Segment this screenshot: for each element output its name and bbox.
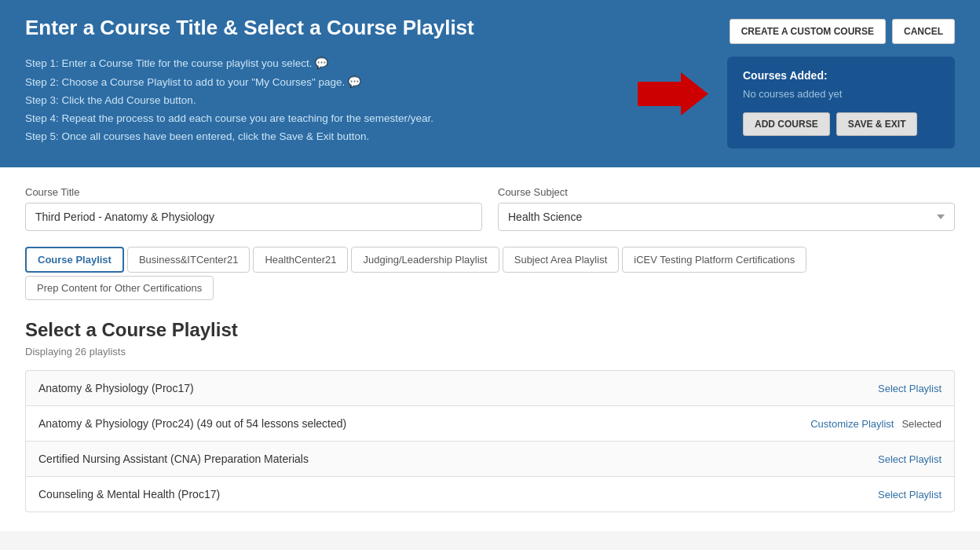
save-exit-button[interactable]: SAVE & EXIT — [836, 112, 918, 136]
playlist-actions: Select Playlist — [878, 489, 942, 500]
main-content: Course Title Course Subject Health Scien… — [0, 167, 980, 531]
tab-course-playlist[interactable]: Course Playlist — [25, 247, 124, 273]
header-section: Enter a Course Title & Select a Course P… — [0, 0, 980, 167]
right-arrow-icon — [638, 72, 708, 116]
playlist-name: Counseling & Mental Health (Proc17) — [38, 488, 220, 500]
select-playlist-button[interactable]: Select Playlist — [878, 383, 942, 394]
playlist-section-title: Select a Course Playlist — [25, 319, 955, 341]
tab-icev-testing[interactable]: iCEV Testing Platform Certifications — [622, 247, 806, 273]
tabs-row: Course PlaylistBusiness&ITCenter21Health… — [25, 247, 955, 300]
course-title-input[interactable] — [25, 203, 482, 231]
playlist-actions: Customize PlaylistSelected — [810, 418, 942, 430]
no-courses-text: No courses added yet — [743, 88, 939, 100]
course-title-group: Course Title — [25, 186, 482, 231]
cancel-button[interactable]: CANCEL — [892, 19, 955, 44]
step-item: Step 2: Choose a Course Playlist to add … — [25, 75, 619, 88]
tab-business-it[interactable]: Business&ITCenter21 — [127, 247, 250, 273]
page-title: Enter a Course Title & Select a Course P… — [25, 16, 474, 40]
step-item: Step 3: Click the Add Course button. — [25, 94, 619, 106]
create-custom-course-button[interactable]: CREATE A CUSTOM COURSE — [730, 19, 886, 44]
playlist-actions: Select Playlist — [878, 453, 942, 465]
tab-judging-leadership[interactable]: Judging/Leadership Playlist — [351, 247, 499, 273]
playlist-name: Certified Nursing Assistant (CNA) Prepar… — [38, 453, 309, 465]
playlist-item: Anatomy & Physiology (Proc24) (49 out of… — [25, 405, 955, 441]
playlist-item: Certified Nursing Assistant (CNA) Prepar… — [25, 441, 955, 476]
courses-added-label: Courses Added: — [743, 69, 939, 82]
course-subject-select[interactable]: Health Science Business & IT Agriculture — [498, 203, 955, 231]
customize-playlist-button[interactable]: Customize Playlist — [810, 418, 894, 430]
steps-section: Step 1: Enter a Course Title for the cou… — [25, 57, 619, 148]
select-playlist-button[interactable]: Select Playlist — [878, 489, 942, 500]
playlist-section: Select a Course Playlist Displaying 26 p… — [25, 319, 955, 512]
playlist-list: Anatomy & Physiology (Proc17)Select Play… — [25, 370, 955, 512]
page-wrapper: Enter a Course Title & Select a Course P… — [0, 0, 980, 531]
steps-list: Step 1: Enter a Course Title for the cou… — [25, 57, 619, 142]
selected-label: Selected — [901, 418, 942, 430]
step-item: Step 1: Enter a Course Title for the cou… — [25, 57, 619, 69]
tab-subject-area[interactable]: Subject Area Playlist — [503, 247, 620, 273]
course-subject-group: Course Subject Health Science Business &… — [498, 186, 955, 231]
add-course-button[interactable]: ADD COURSE — [743, 112, 830, 136]
step-item: Step 5: Once all courses have been enter… — [25, 130, 619, 142]
playlist-name: Anatomy & Physiology (Proc24) (49 out of… — [38, 417, 346, 430]
playlist-item: Anatomy & Physiology (Proc17)Select Play… — [25, 370, 955, 405]
top-buttons: CREATE A CUSTOM COURSE CANCEL — [730, 19, 955, 44]
course-subject-label: Course Subject — [498, 186, 955, 198]
tab-prep-content[interactable]: Prep Content for Other Certifications — [25, 276, 214, 300]
displaying-count: Displaying 26 playlists — [25, 346, 955, 358]
course-title-label: Course Title — [25, 186, 482, 198]
playlist-actions: Select Playlist — [878, 383, 942, 394]
select-playlist-button[interactable]: Select Playlist — [878, 453, 942, 465]
tab-health-center[interactable]: HealthCenter21 — [253, 247, 348, 273]
step-item: Step 4: Repeat the process to add each c… — [25, 112, 619, 124]
form-row: Course Title Course Subject Health Scien… — [25, 186, 955, 231]
playlist-name: Anatomy & Physiology (Proc17) — [38, 382, 194, 394]
svg-marker-0 — [638, 72, 708, 116]
playlist-item: Counseling & Mental Health (Proc17)Selec… — [25, 476, 955, 512]
courses-added-panel: Courses Added: No courses added yet ADD … — [727, 57, 955, 148]
arrow-section — [638, 57, 708, 116]
